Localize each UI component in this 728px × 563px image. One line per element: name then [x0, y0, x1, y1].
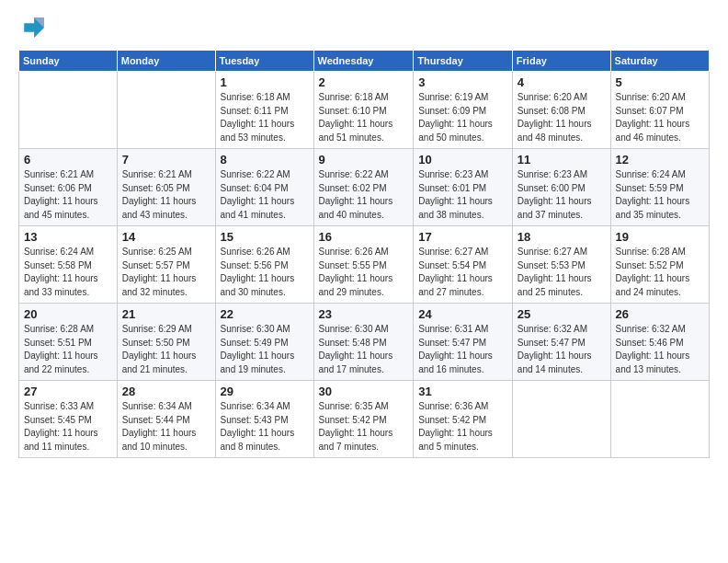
calendar-cell: 18Sunrise: 6:27 AM Sunset: 5:53 PM Dayli… — [512, 226, 610, 304]
day-number: 7 — [122, 153, 210, 167]
week-row-1: 1Sunrise: 6:18 AM Sunset: 6:11 PM Daylig… — [19, 72, 710, 149]
day-info: Sunrise: 6:20 AM Sunset: 6:07 PM Dayligh… — [616, 91, 704, 144]
weekday-header-row: SundayMondayTuesdayWednesdayThursdayFrid… — [19, 51, 710, 72]
weekday-header-monday: Monday — [117, 51, 215, 72]
calendar-cell: 21Sunrise: 6:29 AM Sunset: 5:50 PM Dayli… — [117, 304, 215, 381]
calendar-cell: 7Sunrise: 6:21 AM Sunset: 6:05 PM Daylig… — [117, 149, 215, 226]
calendar-cell: 30Sunrise: 6:35 AM Sunset: 5:42 PM Dayli… — [313, 381, 414, 458]
calendar: SundayMondayTuesdayWednesdayThursdayFrid… — [18, 50, 710, 458]
day-info: Sunrise: 6:27 AM Sunset: 5:54 PM Dayligh… — [418, 246, 507, 299]
calendar-cell: 24Sunrise: 6:31 AM Sunset: 5:47 PM Dayli… — [414, 304, 513, 381]
calendar-cell — [610, 381, 709, 458]
day-number: 22 — [221, 307, 309, 321]
calendar-cell: 13Sunrise: 6:24 AM Sunset: 5:58 PM Dayli… — [19, 226, 118, 304]
header — [18, 15, 710, 40]
day-info: Sunrise: 6:23 AM Sunset: 6:01 PM Dayligh… — [418, 168, 507, 222]
day-number: 8 — [221, 153, 309, 167]
day-number: 30 — [319, 385, 409, 398]
day-info: Sunrise: 6:23 AM Sunset: 6:00 PM Dayligh… — [518, 168, 606, 222]
day-info: Sunrise: 6:36 AM Sunset: 5:42 PM Dayligh… — [418, 400, 507, 454]
weekday-header-friday: Friday — [512, 51, 610, 72]
day-info: Sunrise: 6:22 AM Sunset: 6:04 PM Dayligh… — [221, 168, 309, 222]
calendar-cell — [117, 72, 215, 149]
calendar-cell: 2Sunrise: 6:18 AM Sunset: 6:10 PM Daylig… — [313, 72, 414, 149]
day-info: Sunrise: 6:29 AM Sunset: 5:50 PM Dayligh… — [122, 323, 210, 376]
day-info: Sunrise: 6:28 AM Sunset: 5:51 PM Dayligh… — [24, 323, 112, 376]
day-number: 31 — [418, 385, 507, 398]
day-number: 21 — [122, 307, 210, 321]
day-info: Sunrise: 6:25 AM Sunset: 5:57 PM Dayligh… — [122, 246, 210, 299]
day-info: Sunrise: 6:24 AM Sunset: 5:58 PM Dayligh… — [24, 246, 112, 299]
day-number: 17 — [418, 230, 507, 244]
day-info: Sunrise: 6:18 AM Sunset: 6:11 PM Dayligh… — [221, 91, 309, 144]
day-info: Sunrise: 6:31 AM Sunset: 5:47 PM Dayligh… — [418, 323, 507, 376]
day-number: 26 — [616, 307, 704, 321]
day-number: 27 — [24, 385, 112, 398]
day-info: Sunrise: 6:26 AM Sunset: 5:55 PM Dayligh… — [319, 246, 409, 299]
day-info: Sunrise: 6:22 AM Sunset: 6:02 PM Dayligh… — [319, 168, 409, 222]
day-number: 13 — [24, 230, 112, 244]
day-number: 18 — [518, 230, 606, 244]
calendar-cell: 16Sunrise: 6:26 AM Sunset: 5:55 PM Dayli… — [313, 226, 414, 304]
calendar-cell: 22Sunrise: 6:30 AM Sunset: 5:49 PM Dayli… — [215, 304, 313, 381]
day-number: 23 — [319, 307, 409, 321]
day-number: 6 — [24, 153, 112, 167]
day-info: Sunrise: 6:32 AM Sunset: 5:46 PM Dayligh… — [616, 323, 704, 376]
calendar-cell: 19Sunrise: 6:28 AM Sunset: 5:52 PM Dayli… — [610, 226, 709, 304]
calendar-cell: 9Sunrise: 6:22 AM Sunset: 6:02 PM Daylig… — [313, 149, 414, 226]
day-info: Sunrise: 6:34 AM Sunset: 5:43 PM Dayligh… — [221, 400, 309, 454]
day-info: Sunrise: 6:35 AM Sunset: 5:42 PM Dayligh… — [319, 400, 409, 454]
weekday-header-saturday: Saturday — [610, 51, 709, 72]
day-number: 14 — [122, 230, 210, 244]
calendar-cell: 28Sunrise: 6:34 AM Sunset: 5:44 PM Dayli… — [117, 381, 215, 458]
day-info: Sunrise: 6:18 AM Sunset: 6:10 PM Dayligh… — [319, 91, 409, 144]
day-info: Sunrise: 6:21 AM Sunset: 6:05 PM Dayligh… — [122, 168, 210, 222]
calendar-cell: 6Sunrise: 6:21 AM Sunset: 6:06 PM Daylig… — [19, 149, 118, 226]
logo-icon — [18, 15, 44, 40]
calendar-cell — [19, 72, 118, 149]
day-info: Sunrise: 6:28 AM Sunset: 5:52 PM Dayligh… — [616, 246, 704, 299]
week-row-2: 6Sunrise: 6:21 AM Sunset: 6:06 PM Daylig… — [19, 149, 710, 226]
calendar-cell: 4Sunrise: 6:20 AM Sunset: 6:08 PM Daylig… — [512, 72, 610, 149]
calendar-cell — [512, 381, 610, 458]
calendar-cell: 8Sunrise: 6:22 AM Sunset: 6:04 PM Daylig… — [215, 149, 313, 226]
day-info: Sunrise: 6:33 AM Sunset: 5:45 PM Dayligh… — [24, 400, 112, 454]
calendar-cell: 12Sunrise: 6:24 AM Sunset: 5:59 PM Dayli… — [610, 149, 709, 226]
day-number: 11 — [518, 153, 606, 167]
day-number: 4 — [518, 75, 606, 89]
day-number: 5 — [616, 75, 704, 89]
calendar-cell: 1Sunrise: 6:18 AM Sunset: 6:11 PM Daylig… — [215, 72, 313, 149]
calendar-cell: 14Sunrise: 6:25 AM Sunset: 5:57 PM Dayli… — [117, 226, 215, 304]
day-number: 24 — [418, 307, 507, 321]
calendar-cell: 31Sunrise: 6:36 AM Sunset: 5:42 PM Dayli… — [414, 381, 513, 458]
calendar-cell: 15Sunrise: 6:26 AM Sunset: 5:56 PM Dayli… — [215, 226, 313, 304]
day-number: 16 — [319, 230, 409, 244]
day-number: 1 — [221, 75, 309, 89]
calendar-cell: 17Sunrise: 6:27 AM Sunset: 5:54 PM Dayli… — [414, 226, 513, 304]
weekday-header-thursday: Thursday — [414, 51, 513, 72]
weekday-header-wednesday: Wednesday — [313, 51, 414, 72]
day-info: Sunrise: 6:34 AM Sunset: 5:44 PM Dayligh… — [122, 400, 210, 454]
day-info: Sunrise: 6:21 AM Sunset: 6:06 PM Dayligh… — [24, 168, 112, 222]
calendar-cell: 25Sunrise: 6:32 AM Sunset: 5:47 PM Dayli… — [512, 304, 610, 381]
day-number: 28 — [122, 385, 210, 398]
day-number: 9 — [319, 153, 409, 167]
calendar-cell: 3Sunrise: 6:19 AM Sunset: 6:09 PM Daylig… — [414, 72, 513, 149]
weekday-header-sunday: Sunday — [19, 51, 118, 72]
day-number: 20 — [24, 307, 112, 321]
day-number: 25 — [518, 307, 606, 321]
day-info: Sunrise: 6:19 AM Sunset: 6:09 PM Dayligh… — [418, 91, 507, 144]
week-row-4: 20Sunrise: 6:28 AM Sunset: 5:51 PM Dayli… — [19, 304, 710, 381]
week-row-5: 27Sunrise: 6:33 AM Sunset: 5:45 PM Dayli… — [19, 381, 710, 458]
weekday-header-tuesday: Tuesday — [215, 51, 313, 72]
day-info: Sunrise: 6:30 AM Sunset: 5:48 PM Dayligh… — [319, 323, 409, 376]
day-info: Sunrise: 6:30 AM Sunset: 5:49 PM Dayligh… — [221, 323, 309, 376]
page: SundayMondayTuesdayWednesdayThursdayFrid… — [0, 0, 728, 563]
week-row-3: 13Sunrise: 6:24 AM Sunset: 5:58 PM Dayli… — [19, 226, 710, 304]
day-number: 15 — [221, 230, 309, 244]
day-number: 2 — [319, 75, 409, 89]
day-info: Sunrise: 6:32 AM Sunset: 5:47 PM Dayligh… — [518, 323, 606, 376]
day-info: Sunrise: 6:20 AM Sunset: 6:08 PM Dayligh… — [518, 91, 606, 144]
day-number: 19 — [616, 230, 704, 244]
calendar-cell: 10Sunrise: 6:23 AM Sunset: 6:01 PM Dayli… — [414, 149, 513, 226]
